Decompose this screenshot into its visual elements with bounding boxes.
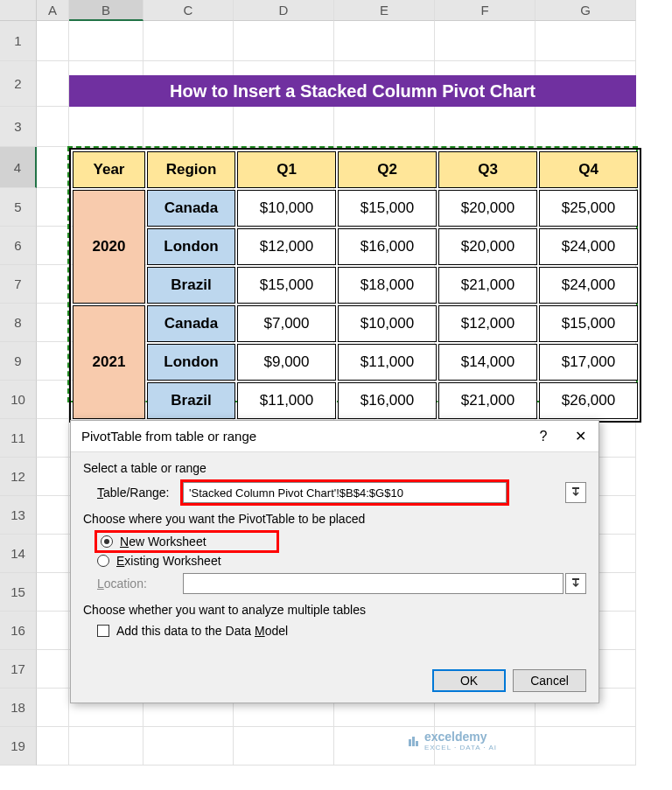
row-header-7[interactable]: 7 — [0, 265, 37, 304]
value-cell[interactable]: $18,000 — [338, 267, 437, 304]
svg-rect-4 — [416, 741, 418, 746]
value-cell[interactable]: $12,000 — [438, 305, 537, 342]
value-cell[interactable]: $7,000 — [237, 305, 336, 342]
radio-label: Existing Worksheet — [116, 554, 221, 568]
table-row: London $12,000 $16,000 $20,000 $24,000 — [73, 228, 638, 265]
cancel-button[interactable]: Cancel — [513, 669, 586, 692]
dialog-title-text: PivotTable from table or range — [81, 429, 525, 444]
section-place: Choose where you want the PivotTable to … — [83, 512, 586, 526]
table-row: London $9,000 $11,000 $14,000 $17,000 — [73, 344, 638, 381]
section-multiple-tables: Choose whether you want to analyze multi… — [83, 603, 586, 617]
close-icon[interactable]: ✕ — [562, 421, 598, 452]
svg-rect-0 — [572, 487, 579, 489]
dialog-titlebar[interactable]: PivotTable from table or range ? ✕ — [71, 421, 598, 452]
value-cell[interactable]: $11,000 — [338, 344, 437, 381]
checkbox-data-model[interactable]: Add this data to the Data Model — [97, 624, 586, 638]
column-header-G[interactable]: G — [536, 0, 636, 21]
header-year[interactable]: Year — [73, 151, 145, 188]
data-table: Year Region Q1 Q2 Q3 Q4 2020 Canada $10,… — [69, 148, 641, 423]
row-header-11[interactable]: 11 — [0, 419, 37, 458]
value-cell[interactable]: $10,000 — [237, 190, 336, 227]
header-region[interactable]: Region — [147, 151, 235, 188]
watermark-brand: exceldemy — [424, 730, 497, 744]
region-cell[interactable]: Brazil — [147, 267, 235, 304]
row-header-14[interactable]: 14 — [0, 535, 37, 573]
row-header-6[interactable]: 6 — [0, 227, 37, 265]
ok-button[interactable]: OK — [432, 669, 506, 692]
header-q2[interactable]: Q2 — [338, 151, 437, 188]
value-cell[interactable]: $11,000 — [237, 382, 336, 419]
location-input[interactable] — [183, 573, 564, 594]
value-cell[interactable]: $15,000 — [539, 305, 638, 342]
value-cell[interactable]: $21,000 — [438, 382, 537, 419]
row-header-8[interactable]: 8 — [0, 304, 37, 342]
column-header-B[interactable]: B — [69, 0, 144, 21]
table-range-input[interactable] — [183, 482, 507, 503]
table-row: Brazil $15,000 $18,000 $21,000 $24,000 — [73, 267, 638, 304]
section-select-range: Select a table or range — [83, 461, 586, 475]
row-header-5[interactable]: 5 — [0, 188, 37, 227]
region-cell[interactable]: Canada — [147, 190, 235, 227]
svg-rect-3 — [412, 737, 415, 746]
watermark-sub: EXCEL · DATA · AI — [424, 744, 497, 752]
value-cell[interactable]: $24,000 — [539, 228, 638, 265]
header-q4[interactable]: Q4 — [539, 151, 638, 188]
pivottable-dialog: PivotTable from table or range ? ✕ Selec… — [70, 420, 599, 703]
year-cell[interactable]: 2020 — [73, 190, 145, 304]
region-cell[interactable]: London — [147, 228, 235, 265]
table-range-label: Table/Range: — [97, 486, 183, 500]
value-cell[interactable]: $17,000 — [539, 344, 638, 381]
row-header-19[interactable]: 19 — [0, 727, 37, 766]
header-q1[interactable]: Q1 — [237, 151, 336, 188]
value-cell[interactable]: $25,000 — [539, 190, 638, 227]
table-row: 2021 Canada $7,000 $10,000 $12,000 $15,0… — [73, 305, 638, 342]
region-cell[interactable]: Canada — [147, 305, 235, 342]
value-cell[interactable]: $21,000 — [438, 267, 537, 304]
column-header-C[interactable]: C — [144, 0, 234, 21]
value-cell[interactable]: $20,000 — [438, 190, 537, 227]
row-header-2[interactable]: 2 — [0, 61, 37, 107]
logo-icon — [407, 734, 421, 748]
collapse-range-icon[interactable] — [565, 573, 586, 594]
row-header-10[interactable]: 10 — [0, 381, 37, 419]
row-header-4[interactable]: 4 — [0, 147, 37, 188]
row-header-18[interactable]: 18 — [0, 689, 37, 727]
column-header-D[interactable]: D — [234, 0, 334, 21]
year-cell[interactable]: 2021 — [73, 305, 145, 419]
column-header-F[interactable]: F — [435, 0, 536, 21]
region-cell[interactable]: Brazil — [147, 382, 235, 419]
column-header-E[interactable]: E — [334, 0, 435, 21]
row-header-3[interactable]: 3 — [0, 107, 37, 147]
column-header-A[interactable]: A — [37, 0, 69, 21]
row-header-1[interactable]: 1 — [0, 21, 37, 61]
value-cell[interactable]: $26,000 — [539, 382, 638, 419]
row-header-9[interactable]: 9 — [0, 342, 37, 381]
value-cell[interactable]: $20,000 — [438, 228, 537, 265]
value-cell[interactable]: $15,000 — [237, 267, 336, 304]
header-q3[interactable]: Q3 — [438, 151, 537, 188]
value-cell[interactable]: $10,000 — [338, 305, 437, 342]
row-header-15[interactable]: 15 — [0, 573, 37, 612]
row-header-16[interactable]: 16 — [0, 612, 37, 650]
help-icon[interactable]: ? — [525, 421, 562, 452]
checkbox-icon — [97, 625, 109, 637]
radio-icon — [97, 555, 109, 567]
collapse-range-icon[interactable] — [565, 482, 586, 503]
radio-existing-worksheet[interactable]: Existing Worksheet — [97, 554, 586, 568]
value-cell[interactable]: $14,000 — [438, 344, 537, 381]
value-cell[interactable]: $12,000 — [237, 228, 336, 265]
row-header-12[interactable]: 12 — [0, 458, 37, 496]
region-cell[interactable]: London — [147, 344, 235, 381]
select-all-corner[interactable] — [0, 0, 37, 21]
value-cell[interactable]: $16,000 — [338, 228, 437, 265]
value-cell[interactable]: $9,000 — [237, 344, 336, 381]
value-cell[interactable]: $24,000 — [539, 267, 638, 304]
table-row: Brazil $11,000 $16,000 $21,000 $26,000 — [73, 382, 638, 419]
row-header-13[interactable]: 13 — [0, 496, 37, 535]
checkbox-label: Add this data to the Data Model — [116, 624, 288, 638]
value-cell[interactable]: $15,000 — [338, 190, 437, 227]
row-header-17[interactable]: 17 — [0, 650, 37, 689]
radio-icon — [101, 535, 113, 548]
radio-new-worksheet[interactable]: New Worksheet — [97, 533, 276, 550]
value-cell[interactable]: $16,000 — [338, 382, 437, 419]
